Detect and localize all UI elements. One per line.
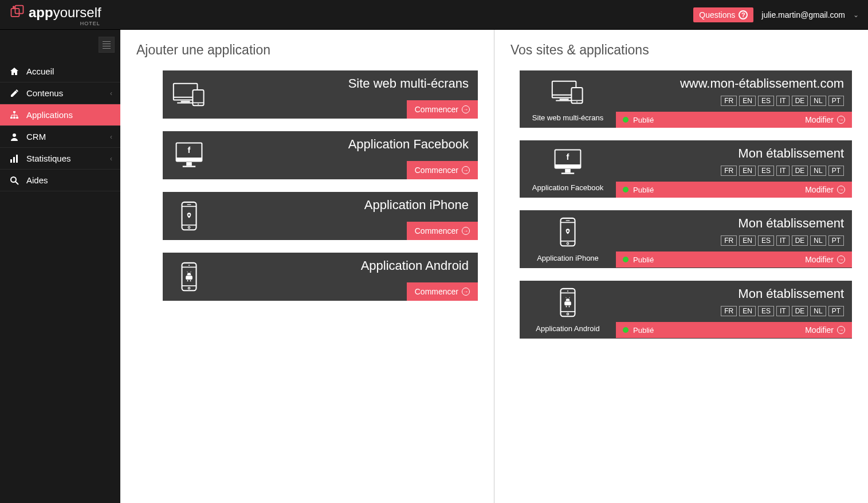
lang-tag[interactable]: DE	[792, 96, 808, 106]
status-text: Publié	[633, 256, 654, 264]
lang-tag[interactable]: ES	[758, 306, 774, 316]
add-app-card: fApplication FacebookCommencer →	[163, 131, 478, 179]
svg-point-43	[576, 101, 578, 103]
status-dot-icon	[623, 257, 629, 262]
lang-tag[interactable]: IT	[776, 235, 790, 246]
lang-tag[interactable]: NL	[810, 306, 826, 316]
chevron-left-icon: ‹	[110, 155, 112, 163]
app-card-title: Application Facebook	[348, 137, 478, 152]
facebook-icon: f	[549, 147, 586, 180]
lang-tag[interactable]: FR	[721, 96, 737, 106]
lang-tag[interactable]: NL	[810, 96, 826, 106]
site-type-label: Application Facebook	[532, 183, 603, 192]
svg-rect-10	[16, 155, 18, 163]
svg-point-19	[198, 104, 199, 105]
arrow-right-icon: →	[462, 105, 470, 113]
svg-rect-4	[10, 117, 13, 119]
svg-rect-47	[561, 172, 574, 174]
lang-tag[interactable]: EN	[739, 96, 756, 106]
chevron-down-icon[interactable]: ⌄	[853, 11, 859, 19]
lang-tag[interactable]: DE	[792, 306, 808, 316]
app-card-title: Application Android	[361, 258, 478, 273]
site-type-label: Application Android	[536, 324, 599, 333]
app-card-title: Application iPhone	[364, 198, 478, 213]
sites-title: Vos sites & applications	[506, 42, 852, 58]
iphone-icon	[163, 192, 215, 240]
lang-tag[interactable]: ES	[758, 235, 774, 246]
facebook-icon: f	[163, 131, 215, 179]
site-title: Mon établissement	[624, 146, 844, 161]
sidebar-item-applications[interactable]: Applications	[0, 104, 120, 126]
svg-point-2	[13, 6, 15, 8]
modify-button[interactable]: Modifier →	[805, 325, 845, 335]
help-icon: ?	[739, 10, 748, 19]
lang-tag[interactable]: FR	[721, 166, 737, 176]
multi-icon	[549, 77, 586, 110]
sidebar-item-statistiques[interactable]: Statistiques‹	[0, 148, 120, 170]
chevron-left-icon: ‹	[110, 89, 112, 97]
svg-line-35	[187, 272, 188, 273]
modify-button[interactable]: Modifier →	[805, 185, 845, 194]
lang-tag[interactable]: EN	[739, 166, 756, 176]
lang-row: FRENESITDENLPT	[624, 96, 844, 106]
user-icon	[8, 132, 21, 142]
svg-point-33	[188, 287, 190, 289]
sidebar-item-accueil[interactable]: Accueil	[0, 61, 120, 82]
svg-text:f: f	[567, 152, 569, 162]
lang-tag[interactable]: ES	[758, 166, 774, 176]
lang-tag[interactable]: PT	[828, 96, 844, 106]
svg-line-36	[191, 272, 191, 273]
logo[interactable]: appyourself HOTEL	[9, 3, 101, 26]
commence-button[interactable]: Commencer →	[407, 282, 478, 301]
arrow-right-icon: →	[837, 116, 845, 124]
lang-tag[interactable]: NL	[810, 166, 826, 176]
lang-tag[interactable]: PT	[828, 235, 844, 246]
svg-line-59	[566, 297, 567, 298]
menu-toggle[interactable]	[99, 37, 115, 53]
commence-button[interactable]: Commencer →	[407, 100, 478, 119]
status-text: Publié	[633, 186, 654, 194]
site-footer: PubliéModifier →	[616, 322, 852, 338]
user-email[interactable]: julie.martin@gmail.com	[761, 10, 845, 19]
app-card-title: Site web multi-écrans	[348, 76, 478, 91]
sidebar-item-aides[interactable]: Aides	[0, 170, 120, 191]
lang-tag[interactable]: PT	[828, 166, 844, 176]
nav-label: CRM	[26, 132, 46, 142]
site-footer: PubliéModifier →	[616, 112, 852, 128]
add-app-card: Site web multi-écransCommencer →	[163, 70, 478, 119]
svg-point-58	[567, 290, 568, 292]
lang-tag[interactable]: NL	[810, 235, 826, 246]
lang-tag[interactable]: IT	[776, 306, 790, 316]
sidebar-item-crm[interactable]: CRM‹	[0, 126, 120, 148]
site-type-label: Application iPhone	[537, 254, 599, 262]
site-footer: PubliéModifier →	[616, 252, 852, 268]
lang-tag[interactable]: DE	[792, 166, 808, 176]
commence-button[interactable]: Commencer →	[407, 161, 478, 179]
home-icon	[8, 67, 21, 76]
svg-rect-6	[16, 117, 18, 119]
status-text: Publié	[633, 116, 654, 124]
sitemap-icon	[8, 111, 21, 120]
lang-tag[interactable]: DE	[792, 235, 808, 246]
status-dot-icon	[623, 327, 629, 333]
lang-tag[interactable]: IT	[776, 96, 790, 106]
lang-tag[interactable]: IT	[776, 166, 790, 176]
bars-icon	[8, 154, 21, 163]
svg-rect-23	[183, 166, 195, 167]
questions-button[interactable]: Questions ?	[693, 7, 753, 22]
modify-button[interactable]: Modifier →	[805, 255, 845, 264]
svg-point-52	[567, 242, 568, 244]
modify-button[interactable]: Modifier →	[805, 115, 845, 124]
svg-rect-15	[181, 101, 190, 102]
commence-button[interactable]: Commencer →	[407, 222, 478, 240]
lang-tag[interactable]: PT	[828, 306, 844, 316]
lang-tag[interactable]: FR	[721, 306, 737, 316]
lang-tag[interactable]: FR	[721, 235, 737, 246]
lang-tag[interactable]: EN	[739, 306, 756, 316]
lang-tag[interactable]: ES	[758, 96, 774, 106]
lang-tag[interactable]: EN	[739, 235, 756, 246]
android-icon	[559, 286, 576, 321]
sidebar-item-contenus[interactable]: Contenus‹	[0, 82, 120, 104]
arrow-right-icon: →	[837, 186, 845, 194]
chevron-left-icon: ‹	[110, 133, 112, 141]
